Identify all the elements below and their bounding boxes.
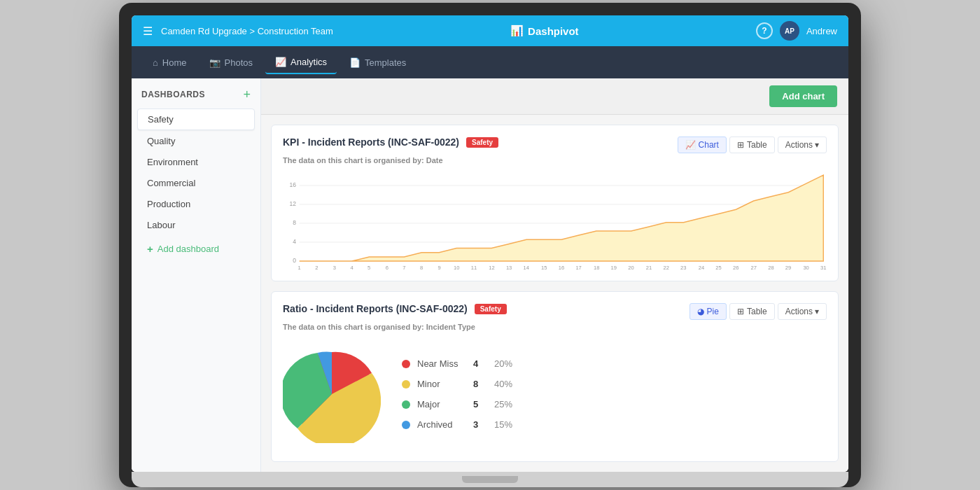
area-fill xyxy=(300,175,824,261)
chart1-table-btn[interactable]: ⊞ Table xyxy=(729,136,775,153)
brand-name: Dashpivot xyxy=(528,25,579,37)
svg-text:24: 24 xyxy=(699,265,705,270)
svg-text:21: 21 xyxy=(646,265,652,270)
help-button[interactable]: ? xyxy=(756,22,773,39)
svg-text:13: 13 xyxy=(506,265,512,270)
legend-label-nearmiss: Near Miss xyxy=(417,358,466,369)
svg-text:23: 23 xyxy=(680,265,686,270)
chart2-subtitle: The data on this chart is organised by: … xyxy=(283,323,827,331)
sidebar-add-icon[interactable]: + xyxy=(243,88,251,101)
svg-text:8: 8 xyxy=(293,219,296,226)
svg-text:26: 26 xyxy=(733,265,738,270)
sidebar-item-production[interactable]: Production xyxy=(137,194,255,214)
legend-item-major: Major 5 25% xyxy=(402,399,512,410)
svg-text:2: 2 xyxy=(315,265,318,270)
chart2-title: Ratio - Incident Reports (INC-SAF-0022) xyxy=(283,303,468,314)
add-dashboard-icon: + xyxy=(147,243,153,255)
chart1-title: KPI - Incident Reports (INC-SAF-0022) xyxy=(283,136,459,148)
chevron-down-icon: ▾ xyxy=(815,140,819,150)
chart2-table-btn[interactable]: ⊞ Table xyxy=(729,303,775,320)
topbar-right: ? AP Andrew xyxy=(756,21,837,41)
svg-text:16: 16 xyxy=(559,265,564,270)
svg-text:30: 30 xyxy=(803,265,809,270)
svg-text:3: 3 xyxy=(333,265,336,270)
sidebar-title: Dashboards xyxy=(141,90,205,99)
legend-dot-archived xyxy=(402,421,410,429)
svg-text:12: 12 xyxy=(289,200,296,207)
chart2-header: Ratio - Incident Reports (INC-SAF-0022) … xyxy=(283,303,827,320)
svg-text:6: 6 xyxy=(386,265,388,270)
chart1-area-chart: 0 4 8 12 16 xyxy=(283,172,827,270)
legend-dot-minor xyxy=(402,380,410,388)
chart-card-ratio: Ratio - Incident Reports (INC-SAF-0022) … xyxy=(271,291,839,462)
legend-label-major: Major xyxy=(417,399,466,410)
navbar: ⌂ Home 📷 Photos 📈 Analytics 📄 Templates xyxy=(132,46,848,78)
legend-count-nearmiss: 4 xyxy=(473,358,487,369)
legend-count-archived: 3 xyxy=(473,419,487,430)
chart1-title-section: KPI - Incident Reports (INC-SAF-0022) Sa… xyxy=(283,136,498,148)
svg-text:17: 17 xyxy=(575,265,581,270)
chart2-pie-btn[interactable]: ◕ Pie xyxy=(690,303,727,320)
table-icon: ⊞ xyxy=(737,140,744,150)
photos-icon: 📷 xyxy=(209,57,220,68)
chart2-pie-section: Near Miss 4 20% Minor 8 40% xyxy=(283,338,827,450)
nav-home[interactable]: ⌂ Home xyxy=(143,52,197,74)
svg-text:5: 5 xyxy=(368,265,370,270)
chart1-chart-btn[interactable]: 📈 Chart xyxy=(678,136,727,153)
nav-photos[interactable]: 📷 Photos xyxy=(200,52,262,74)
legend-pct-minor: 40% xyxy=(494,379,512,389)
sidebar-header: Dashboards + xyxy=(132,88,260,108)
chart1-subtitle: The data on this chart is organised by: … xyxy=(283,156,827,164)
legend-item-archived: Archived 3 15% xyxy=(402,419,512,430)
legend-dot-nearmiss xyxy=(402,360,410,368)
svg-text:31: 31 xyxy=(820,265,826,270)
chart1-badge: Safety xyxy=(466,137,498,148)
content-area: Add chart KPI - Incident Reports (INC-SA… xyxy=(261,78,848,472)
nav-analytics[interactable]: 📈 Analytics xyxy=(265,51,337,74)
nav-templates[interactable]: 📄 Templates xyxy=(340,52,416,74)
svg-text:7: 7 xyxy=(402,265,405,270)
chart1-svg: 0 4 8 12 16 xyxy=(283,172,827,270)
svg-text:19: 19 xyxy=(611,265,617,270)
svg-text:4: 4 xyxy=(293,238,296,245)
table-icon2: ⊞ xyxy=(737,307,744,316)
content-toolbar: Add chart xyxy=(261,78,848,115)
svg-text:14: 14 xyxy=(524,265,530,270)
svg-text:10: 10 xyxy=(454,265,460,270)
sidebar-item-labour[interactable]: Labour xyxy=(137,215,255,235)
svg-text:12: 12 xyxy=(489,265,494,270)
svg-text:27: 27 xyxy=(751,265,757,270)
svg-text:25: 25 xyxy=(715,265,721,270)
svg-text:1: 1 xyxy=(298,265,301,270)
svg-text:0: 0 xyxy=(293,257,296,264)
legend-dot-major xyxy=(402,400,410,409)
chart1-controls: 📈 Chart ⊞ Table Actions ▾ xyxy=(678,136,827,153)
chart1-header: KPI - Incident Reports (INC-SAF-0022) Sa… xyxy=(283,136,827,153)
sidebar-item-environment[interactable]: Environment xyxy=(137,152,255,172)
brand-icon: 📊 xyxy=(510,24,524,37)
home-icon: ⌂ xyxy=(153,57,158,68)
add-dashboard-button[interactable]: + Add dashboard xyxy=(137,238,255,260)
chart2-controls: ◕ Pie ⊞ Table Actions ▾ xyxy=(690,303,827,320)
chart1-actions-btn[interactable]: Actions ▾ xyxy=(778,136,827,153)
svg-text:29: 29 xyxy=(785,265,791,270)
svg-text:8: 8 xyxy=(420,265,423,270)
sidebar-item-commercial[interactable]: Commercial xyxy=(137,173,255,193)
sidebar-item-safety[interactable]: Safety xyxy=(137,108,255,130)
pie-svg xyxy=(283,345,381,443)
brand: 📊 Dashpivot xyxy=(510,24,579,37)
svg-text:16: 16 xyxy=(289,181,296,188)
chart2-actions-btn[interactable]: Actions ▾ xyxy=(778,303,827,320)
add-chart-button[interactable]: Add chart xyxy=(769,85,837,107)
svg-text:4: 4 xyxy=(350,265,354,270)
sidebar-item-quality[interactable]: Quality xyxy=(137,131,255,151)
legend-item-minor: Minor 8 40% xyxy=(402,379,512,389)
chevron-down-icon2: ▾ xyxy=(815,307,819,316)
pie-legend: Near Miss 4 20% Minor 8 40% xyxy=(402,358,512,430)
menu-icon[interactable]: ☰ xyxy=(143,24,153,38)
svg-text:18: 18 xyxy=(594,265,599,270)
chart2-badge: Safety xyxy=(475,304,507,314)
chart-card-kpi: KPI - Incident Reports (INC-SAF-0022) Sa… xyxy=(271,125,839,281)
svg-text:20: 20 xyxy=(628,265,634,270)
svg-text:11: 11 xyxy=(471,265,477,270)
